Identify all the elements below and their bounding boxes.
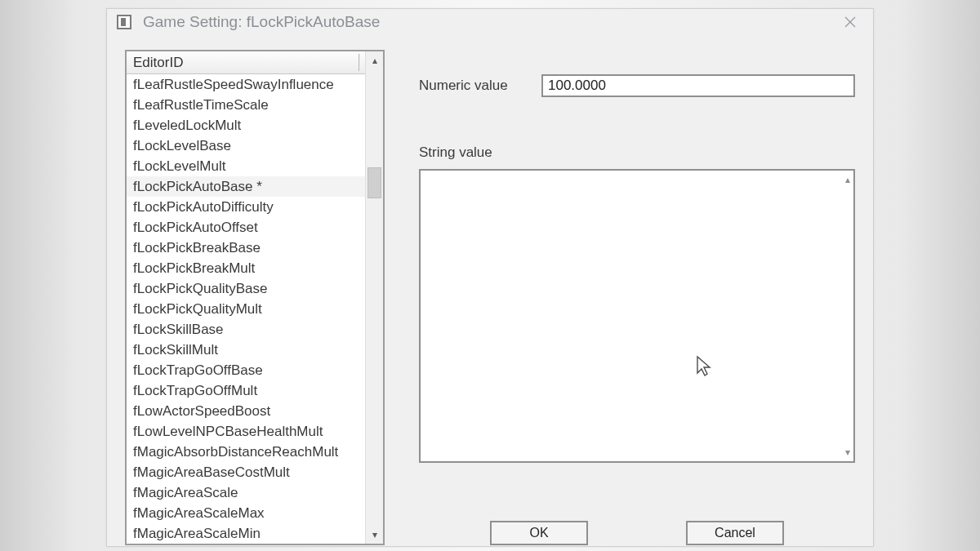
list-item[interactable]: fLockPickAutoDifficulty: [127, 197, 365, 217]
editor-id-items: fLeafRustleSpeedSwayInfluencefLeafRustle…: [127, 74, 365, 544]
list-item[interactable]: fLockPickBreakBase: [127, 238, 365, 258]
list-item[interactable]: fMagicAreaScale: [127, 482, 365, 503]
list-item[interactable]: fMagicAreaScaleMax: [127, 503, 365, 523]
numeric-value-label: Numeric value: [419, 78, 523, 94]
cancel-button[interactable]: Cancel: [686, 521, 784, 545]
list-item[interactable]: fLowActorSpeedBoost: [127, 401, 365, 421]
editor-id-list-panel: EditorID fLeafRustleSpeedSwayInfluencefL…: [125, 50, 385, 545]
string-value-section: String value ▴ ▾: [419, 144, 855, 508]
list-item[interactable]: fLockPickAutoBase *: [127, 176, 365, 197]
list-scrollbar[interactable]: ▴ ▾: [365, 51, 383, 544]
list-item[interactable]: fLowLevelNPCBaseHealthMult: [127, 421, 365, 442]
list-item[interactable]: fMagicAbsorbDistanceReachMult: [127, 442, 365, 462]
desktop-backdrop: Game Setting: fLockPickAutoBase EditorID: [0, 0, 980, 551]
scroll-down-arrow-icon[interactable]: ▾: [366, 526, 383, 544]
close-icon: [844, 16, 857, 29]
list-item[interactable]: fLockTrapGoOffBase: [127, 360, 365, 380]
app-icon: [117, 15, 131, 29]
ok-button[interactable]: OK: [490, 521, 588, 545]
dialog-button-row: OK Cancel: [419, 521, 855, 545]
list-item[interactable]: fLockPickAutoOffset: [127, 217, 365, 238]
dialog-window: Game Setting: fLockPickAutoBase EditorID: [106, 8, 874, 547]
column-header-label: EditorID: [133, 55, 183, 71]
list-item[interactable]: fLockPickBreakMult: [127, 258, 365, 278]
list-item[interactable]: fLeveledLockMult: [127, 115, 365, 136]
window-title: Game Setting: fLockPickAutoBase: [143, 13, 832, 31]
editor-id-listbox[interactable]: EditorID fLeafRustleSpeedSwayInfluencefL…: [125, 50, 385, 545]
title-bar[interactable]: Game Setting: fLockPickAutoBase: [107, 9, 873, 35]
scroll-track[interactable]: [366, 69, 383, 526]
column-resize-handle[interactable]: [359, 54, 360, 71]
numeric-value-row: Numeric value: [419, 74, 855, 97]
list-item[interactable]: fLeafRustleSpeedSwayInfluence: [127, 74, 365, 95]
list-item[interactable]: fLockLevelMult: [127, 156, 365, 176]
scroll-thumb[interactable]: [368, 167, 381, 198]
textarea-scroll-down-icon[interactable]: ▾: [845, 447, 850, 458]
list-item[interactable]: fLeafRustleTimeScale: [127, 95, 365, 115]
dialog-client-area: EditorID fLeafRustleSpeedSwayInfluencefL…: [107, 35, 873, 551]
list-item[interactable]: fLockLevelBase: [127, 136, 365, 156]
numeric-value-input[interactable]: [541, 74, 855, 97]
list-item[interactable]: fMagicAreaBaseCostMult: [127, 462, 365, 482]
column-header-editorid[interactable]: EditorID: [127, 51, 365, 74]
textarea-scroll-up-icon[interactable]: ▴: [845, 174, 850, 185]
list-item[interactable]: fLockTrapGoOffMult: [127, 380, 365, 401]
value-panel: Numeric value String value ▴ ▾ OK Cancel: [419, 50, 855, 545]
list-item[interactable]: fMagicAreaScaleMin: [127, 523, 365, 544]
list-item[interactable]: fLockPickQualityBase: [127, 278, 365, 299]
scroll-up-arrow-icon[interactable]: ▴: [366, 51, 383, 69]
list-item[interactable]: fLockSkillMult: [127, 340, 365, 360]
string-value-textarea[interactable]: ▴ ▾: [419, 169, 855, 463]
list-item[interactable]: fLockPickQualityMult: [127, 299, 365, 319]
string-value-label: String value: [419, 144, 855, 161]
close-button[interactable]: [832, 9, 868, 35]
list-item[interactable]: fLockSkillBase: [127, 319, 365, 340]
